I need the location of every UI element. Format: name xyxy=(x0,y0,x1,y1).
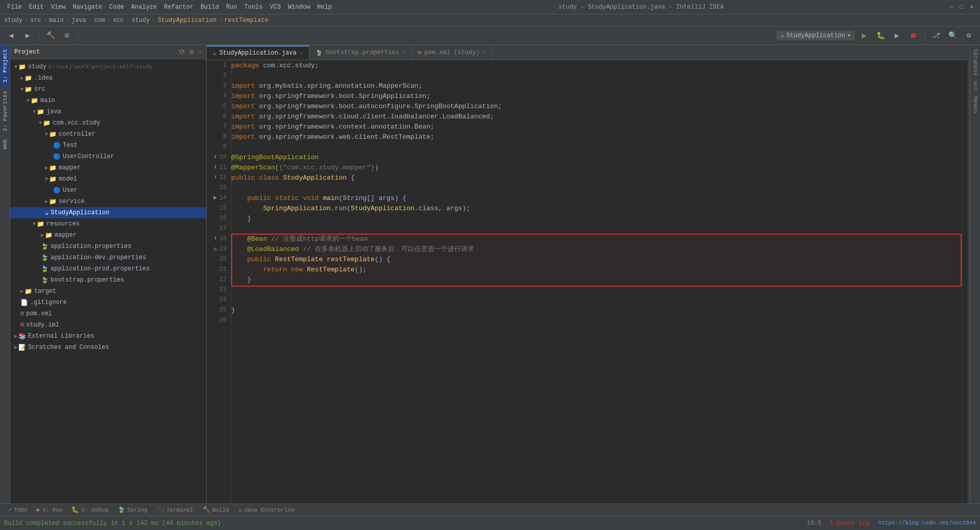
status-url[interactable]: https://blog.csdn.net/xcc1944 xyxy=(878,520,976,527)
window-title: study - StudyApplication.java - IntelliJ… xyxy=(558,4,724,11)
breadcrumb-study2[interactable]: study xyxy=(132,17,150,24)
tab-spring[interactable]: 🍃 Spring xyxy=(113,505,152,515)
tab-pom[interactable]: m pom.xml (study) ✕ xyxy=(412,45,493,60)
sidebar-database-label[interactable]: Database xyxy=(971,47,979,78)
code-line-8: import org.springframework.web.client.Re… xyxy=(231,132,962,142)
code-line-18: @Bean // 注册成http请求的一个bean xyxy=(231,234,962,244)
project-panel-settings-icon[interactable]: ⚙ xyxy=(189,47,193,56)
code-line-2 xyxy=(231,70,962,81)
tab-close-pom[interactable]: ✕ xyxy=(483,49,486,56)
tree-item-controller[interactable]: ▼ 📁 controller xyxy=(10,129,206,140)
menu-navigate[interactable]: Navigate xyxy=(69,3,105,12)
sidebar-favorites-label[interactable]: 2: Favorites xyxy=(1,87,10,135)
sidebar-project-label[interactable]: 1: Project xyxy=(1,45,10,87)
code-line-25: } xyxy=(231,305,962,315)
stop-button[interactable]: ⏹ xyxy=(906,29,920,43)
tree-item-java[interactable]: ▼ 📁 java xyxy=(10,106,206,117)
settings-button[interactable]: ⚙ xyxy=(60,29,74,43)
run-button[interactable]: ▶ xyxy=(857,29,871,43)
code-editor[interactable]: 1 2 3 4 5 6 7 8 9 ⬇10 ⬇11 ⬇12 13 ▶14 15 … xyxy=(207,60,970,503)
tree-item-pomxml[interactable]: m pom.xml xyxy=(10,308,206,319)
tree-item-studyiml[interactable]: m study.iml xyxy=(10,319,206,331)
maximize-button[interactable]: □ xyxy=(958,3,966,11)
menu-tools[interactable]: Tools xyxy=(241,3,266,12)
tab-build[interactable]: 🔨 Build xyxy=(199,505,233,515)
menu-refactor[interactable]: Refactor xyxy=(161,3,197,12)
tree-item-idea[interactable]: ▶ 📁 .idea xyxy=(10,72,206,84)
tab-todo[interactable]: ✓ TODO xyxy=(4,505,32,515)
tab-close-bootstrap[interactable]: ✕ xyxy=(402,49,405,56)
tree-item-resources[interactable]: ▼ 📁 resources xyxy=(10,218,206,230)
menu-view[interactable]: View xyxy=(48,3,69,12)
sidebar-maven-label[interactable]: Maven xyxy=(971,94,979,115)
breadcrumb-method[interactable]: restTemplate xyxy=(224,17,268,24)
tree-item-src[interactable]: ▼ 📁 src xyxy=(10,84,206,95)
tree-item-external-libs[interactable]: ▶ 📚 External Libraries xyxy=(10,331,206,342)
menu-bar[interactable]: File Edit View Navigate Code Analyze Ref… xyxy=(4,3,335,12)
menu-help[interactable]: Help xyxy=(314,3,335,12)
tree-item-app-dev-props[interactable]: 🍃 application-dev.properties xyxy=(10,252,206,263)
breadcrumb-xcc[interactable]: xcc xyxy=(113,17,124,24)
build-button[interactable]: 🔨 xyxy=(43,29,58,43)
tab-debug[interactable]: 🐛 5: Debug xyxy=(67,505,112,515)
close-button[interactable]: ✕ xyxy=(968,3,976,11)
project-panel-minimize-icon[interactable]: – xyxy=(198,48,202,56)
tree-item-app-prod-props[interactable]: 🍃 application-prod.properties xyxy=(10,263,206,274)
tree-item-mapper[interactable]: ▶ 📁 mapper xyxy=(10,162,206,173)
tree-item-app-props[interactable]: 🍃 application.properties xyxy=(10,241,206,252)
tree-item-main[interactable]: ▼ 📁 main xyxy=(10,95,206,106)
tab-close-studyapplication[interactable]: ✕ xyxy=(300,50,303,56)
menu-vcs[interactable]: VCS xyxy=(267,3,284,12)
settings-gear-button[interactable]: ⚙ xyxy=(962,29,976,43)
status-encoding[interactable]: 1 Event Log xyxy=(829,520,870,527)
minimize-button[interactable]: ─ xyxy=(947,3,955,11)
tree-item-gitignore[interactable]: 📄 .gitignore xyxy=(10,297,206,308)
menu-edit[interactable]: Edit xyxy=(26,3,47,12)
run-with-coverage-button[interactable]: ▶ xyxy=(890,29,904,43)
tree-item-bootstrap-props[interactable]: 🍃 bootstrap.properties xyxy=(10,274,206,286)
tree-item-user[interactable]: 🔵 User xyxy=(10,185,206,196)
tree-item-study[interactable]: ▼ 📁 study C:\sckj\work\project-self\stud… xyxy=(10,61,206,72)
tree-item-scratches[interactable]: ▶ 📝 Scratches and Consoles xyxy=(10,342,206,353)
tree-item-target[interactable]: ▶ 📁 target xyxy=(10,286,206,297)
git-button[interactable]: ⎇ xyxy=(929,29,943,43)
breadcrumb-java[interactable]: java xyxy=(71,17,86,24)
code-content[interactable]: package com.xcc.study; import org.mybati… xyxy=(231,60,962,503)
sidebar-web-label[interactable]: Web xyxy=(1,135,10,154)
breadcrumb-study[interactable]: study xyxy=(4,17,22,24)
run-config-selector[interactable]: ☕ StudyApplication ▾ xyxy=(776,31,855,40)
breadcrumb-com[interactable]: com xyxy=(94,17,105,24)
breadcrumb-src[interactable]: src xyxy=(30,17,41,24)
project-panel-sync-icon[interactable]: ⟳ xyxy=(179,47,185,56)
tree-item-service[interactable]: ▶ 📁 service xyxy=(10,196,206,207)
editor-tabs[interactable]: ☕ StudyApplication.java ✕ 🍃 bootstrap.pr… xyxy=(207,45,970,60)
tree-item-usercontroller[interactable]: 🔵 UserController xyxy=(10,151,206,162)
tab-run[interactable]: ▶ 4: Run xyxy=(33,505,67,515)
menu-file[interactable]: File xyxy=(4,3,25,12)
window-controls[interactable]: ─ □ ✕ xyxy=(947,3,976,11)
tree-item-model[interactable]: ▼ 📁 model xyxy=(10,173,206,185)
menu-analyze[interactable]: Analyze xyxy=(128,3,160,12)
tree-item-studyapplication[interactable]: ☕ StudyApplication xyxy=(10,207,206,218)
sidebar-ant-label[interactable]: Ant xyxy=(971,79,979,93)
project-tree[interactable]: ▼ 📁 study C:\sckj\work\project-self\stud… xyxy=(10,59,206,503)
menu-build[interactable]: Build xyxy=(198,3,222,12)
run-config-icon: ☕ xyxy=(780,32,784,39)
forward-button[interactable]: ▶ xyxy=(20,29,35,43)
tab-bootstrap[interactable]: 🍃 bootstrap.properties ✕ xyxy=(309,45,412,60)
tree-item-com-xcc-study[interactable]: ▼ 📁 com.xcc.study xyxy=(10,117,206,129)
tree-item-mapper2[interactable]: ▶ 📁 mapper xyxy=(10,230,206,241)
tree-item-test[interactable]: 🔵 Test xyxy=(10,140,206,151)
back-button[interactable]: ◀ xyxy=(4,29,18,43)
menu-code[interactable]: Code xyxy=(106,3,127,12)
tab-studyapplication[interactable]: ☕ StudyApplication.java ✕ xyxy=(207,45,309,60)
debug-button[interactable]: 🐛 xyxy=(873,29,888,43)
tab-terminal[interactable]: ⬛ Terminal xyxy=(153,505,198,515)
breadcrumb-classname[interactable]: StudyApplication xyxy=(158,17,216,24)
menu-window[interactable]: Window xyxy=(285,3,313,12)
breadcrumb-main[interactable]: main xyxy=(49,17,64,24)
tab-java-enterprise[interactable]: ☕ Java Enterprise xyxy=(234,505,299,515)
menu-run[interactable]: Run xyxy=(223,3,240,12)
scrollbar-area[interactable] xyxy=(962,60,970,503)
search-button[interactable]: 🔍 xyxy=(945,29,960,43)
